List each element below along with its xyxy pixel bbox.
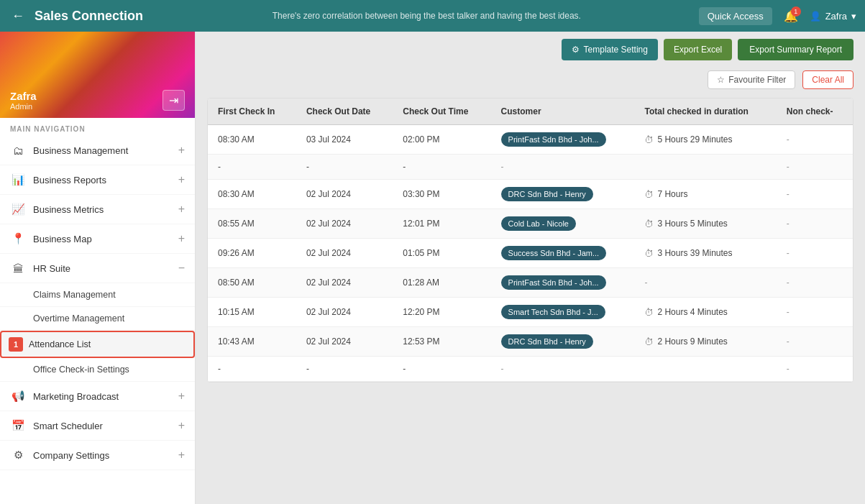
star-icon: ☆ — [717, 75, 725, 85]
cell-customer: - — [491, 357, 635, 382]
cell-customer: Smart Tech Sdn Bhd - J... — [491, 298, 635, 327]
notification-button[interactable]: 🔔 1 — [784, 9, 798, 23]
cell-customer: Success Sdn Bhd - Jam... — [491, 239, 635, 268]
sidebar-item-overtime-management[interactable]: Overtime Management — [0, 307, 195, 331]
quick-access-button[interactable]: Quick Access — [699, 7, 772, 25]
clear-all-button[interactable]: Clear All — [802, 70, 853, 89]
sub-item-label: Claims Management — [33, 290, 116, 300]
cell-check-out-time: 12:01 PM — [393, 209, 490, 239]
expand-icon: + — [178, 419, 185, 432]
col-first-check-in: First Check In — [208, 98, 296, 125]
sidebar-item-business-metrics[interactable]: 📈 Business Metrics + — [0, 195, 195, 224]
duration-value: - — [644, 278, 647, 288]
expand-icon: + — [178, 144, 185, 157]
table-row: 08:50 AM 02 Jul 2024 01:28 AM PrintFast … — [208, 268, 853, 298]
expand-icon: + — [178, 203, 185, 216]
table-row: - - - - - — [208, 357, 853, 382]
sidebar-item-label: Company Settings — [33, 450, 178, 461]
cell-first-check-in: - — [208, 155, 296, 180]
cell-check-out-time: - — [393, 155, 490, 180]
cell-duration: ⏱ 3 Hours 39 Minutes — [634, 239, 776, 268]
cell-check-out-time: 02:00 PM — [393, 125, 490, 155]
duration-value: ⏱ 2 Hours 9 Minutes — [644, 336, 766, 347]
cell-check-out-time: 01:28 AM — [393, 268, 490, 298]
cell-check-out-time: - — [393, 357, 490, 382]
cell-check-out-date: 03 Jul 2024 — [296, 125, 393, 155]
cell-check-out-date: 02 Jul 2024 — [296, 209, 393, 239]
duration-value: ⏱ 5 Hours 29 Minutes — [644, 134, 766, 145]
profile-role: Admin — [10, 102, 37, 111]
clock-icon: ⏱ — [644, 307, 654, 318]
cell-check-out-time: 12:53 PM — [393, 327, 490, 357]
favourite-filter-label: Favourite Filter — [728, 75, 786, 85]
sidebar-item-label: HR Suite — [33, 263, 178, 274]
duration-value: ⏱ 2 Hours 4 Minutes — [644, 307, 766, 318]
app-title: Sales Connection — [35, 9, 143, 24]
sidebar-item-business-map[interactable]: 📍 Business Map + — [0, 224, 195, 254]
favourite-filter-button[interactable]: ☆ Favourite Filter — [708, 70, 795, 89]
template-setting-button[interactable]: ⚙ Template Setting — [562, 39, 658, 60]
sidebar-item-company-settings[interactable]: ⚙ Company Settings + — [0, 441, 195, 470]
cell-non-check: - — [777, 268, 853, 298]
sidebar-item-office-checkin-settings[interactable]: Office Check-in Settings — [0, 358, 195, 382]
user-icon: 👤 — [810, 11, 821, 22]
sidebar-item-label: Marketing Broadcast — [33, 391, 178, 402]
cell-check-out-date: - — [296, 155, 393, 180]
sidebar-item-business-management[interactable]: 🗂 Business Management + — [0, 136, 195, 165]
user-menu-button[interactable]: 👤 Zafra ▾ — [810, 11, 856, 22]
cell-duration — [634, 357, 776, 382]
settings-icon: ⚙ — [10, 449, 26, 462]
back-button[interactable]: ← — [9, 6, 27, 27]
table-row: 08:30 AM 02 Jul 2024 03:30 PM DRC Sdn Bh… — [208, 180, 853, 209]
cell-first-check-in: 08:50 AM — [208, 268, 296, 298]
cell-first-check-in: 10:43 AM — [208, 327, 296, 357]
cell-non-check: - — [777, 155, 853, 180]
cell-non-check: - — [777, 327, 853, 357]
col-check-out-time: Check Out Time — [393, 98, 490, 125]
cell-duration: ⏱ 3 Hours 5 Minutes — [634, 209, 776, 239]
export-excel-button[interactable]: Export Excel — [664, 39, 732, 60]
sidebar-item-smart-scheduler[interactable]: 📅 Smart Scheduler + — [0, 411, 195, 441]
logout-button[interactable]: ⇥ — [163, 90, 185, 111]
header-quote: There's zero correlation between being t… — [162, 11, 692, 21]
col-duration: Total checked in duration — [634, 98, 776, 125]
user-chevron-icon: ▾ — [851, 11, 856, 22]
table-row: 08:30 AM 03 Jul 2024 02:00 PM PrintFast … — [208, 125, 853, 155]
cell-check-out-time: 12:20 PM — [393, 298, 490, 327]
col-non-check: Non check- — [777, 98, 853, 125]
template-setting-label: Template Setting — [584, 45, 648, 55]
customer-badge: DRC Sdn Bhd - Henry — [501, 187, 593, 201]
cell-non-check: - — [777, 209, 853, 239]
cell-customer: DRC Sdn Bhd - Henry — [491, 327, 635, 357]
cell-first-check-in: 09:26 AM — [208, 239, 296, 268]
cell-check-out-time: 03:30 PM — [393, 180, 490, 209]
cell-non-check: - — [777, 125, 853, 155]
sidebar: Zafra Admin ⇥ MAIN NAVIGATION 🗂 Business… — [0, 32, 196, 504]
briefcase-icon: 🗂 — [10, 145, 26, 157]
cell-first-check-in: 08:30 AM — [208, 180, 296, 209]
sidebar-item-business-reports[interactable]: 📊 Business Reports + — [0, 165, 195, 195]
sidebar-item-label: Business Map — [33, 234, 178, 244]
cell-first-check-in: 10:15 AM — [208, 298, 296, 327]
sidebar-item-attendance-list[interactable]: 1 Attendance List — [0, 331, 195, 358]
cell-non-check: - — [777, 180, 853, 209]
cell-duration: ⏱ 2 Hours 9 Minutes — [634, 327, 776, 357]
sidebar-item-hr-suite[interactable]: 🏛 HR Suite − — [0, 254, 195, 283]
expand-icon: + — [178, 173, 185, 186]
broadcast-icon: 📢 — [10, 390, 26, 403]
export-summary-button[interactable]: Export Summary Report — [738, 39, 853, 60]
cell-non-check: - — [777, 357, 853, 382]
customer-badge: Success Sdn Bhd - Jam... — [501, 246, 607, 260]
metrics-icon: 📈 — [10, 203, 26, 216]
cell-first-check-in: 08:30 AM — [208, 125, 296, 155]
cell-first-check-in: - — [208, 357, 296, 382]
collapse-icon: − — [178, 262, 185, 275]
sidebar-item-marketing-broadcast[interactable]: 📢 Marketing Broadcast + — [0, 382, 195, 411]
sidebar-item-claims-management[interactable]: Claims Management — [0, 283, 195, 307]
clock-icon: ⏱ — [644, 336, 654, 347]
cell-duration: ⏱ 2 Hours 4 Minutes — [634, 298, 776, 327]
duration-value: ⏱ 7 Hours — [644, 189, 766, 200]
profile-name: Zafra — [10, 90, 37, 102]
cell-customer: PrintFast Sdn Bhd - Joh... — [491, 268, 635, 298]
attendance-table: First Check In Check Out Date Check Out … — [208, 98, 853, 382]
